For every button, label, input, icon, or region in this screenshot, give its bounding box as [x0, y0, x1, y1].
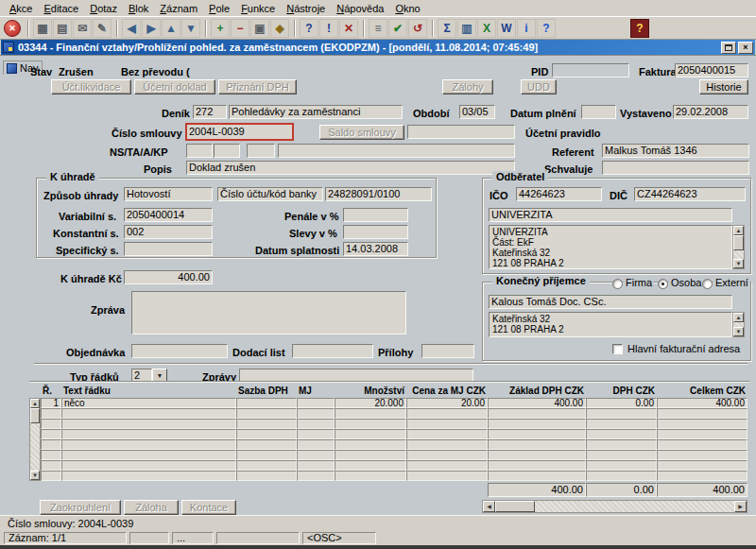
table-cell[interactable] [61, 460, 236, 471]
table-cell[interactable] [61, 439, 236, 450]
table-cell[interactable] [586, 429, 657, 439]
table-cell[interactable] [61, 419, 236, 429]
scroll-down-icon[interactable]: ▼ [30, 471, 40, 480]
dic-field[interactable]: CZ44264623 [634, 187, 746, 201]
table-cell[interactable] [297, 439, 335, 450]
radio-firma[interactable] [612, 279, 623, 289]
menu-item-napoveda[interactable]: Nápověda [331, 1, 389, 16]
ns-field-2[interactable] [214, 144, 240, 158]
table-cell[interactable] [297, 460, 335, 471]
table-cell[interactable] [236, 429, 297, 439]
table-cell[interactable] [236, 398, 297, 408]
specificky-field[interactable] [124, 242, 213, 256]
scroll-down-icon[interactable]: ▼ [733, 327, 744, 336]
menu-item-akce[interactable]: Akce [4, 1, 38, 16]
menu-item-dotaz[interactable]: Dotaz [84, 1, 123, 16]
scroll-up-icon[interactable]: ▲ [30, 399, 40, 408]
toolbar-export-excel-icon[interactable]: X [477, 19, 496, 38]
toolbar-edit-icon[interactable]: ✎ [93, 19, 112, 38]
slevy-field[interactable] [343, 225, 408, 239]
scrollbar-thumb[interactable] [30, 408, 40, 423]
denik-code-field[interactable]: 272 [193, 105, 227, 119]
scrollbar-thumb[interactable] [495, 501, 535, 512]
table-cell[interactable] [335, 419, 406, 429]
table-cell[interactable] [335, 471, 406, 481]
table-cell[interactable] [41, 460, 61, 471]
ucetni-doklad-button[interactable]: Účetní doklad [134, 79, 215, 94]
table-cell[interactable] [657, 439, 747, 450]
menu-item-funkce[interactable]: Funkce [235, 1, 281, 16]
table-horizontal-scrollbar[interactable]: ◀ ▶ [482, 500, 747, 513]
table-cell[interactable] [335, 429, 406, 439]
toolbar-mail-icon[interactable]: ✉ [73, 19, 92, 38]
table-cell[interactable] [41, 408, 61, 419]
toolbar-rollback-icon[interactable]: ↺ [408, 19, 427, 38]
priznani-dph-button[interactable]: Přiznání DPH [218, 79, 297, 94]
popis-field[interactable]: Doklad zrušen [186, 161, 515, 175]
toolbar-export-word-icon[interactable]: W [497, 19, 516, 38]
toolbar-next-record-icon[interactable]: ▼ [181, 19, 200, 38]
table-cell[interactable] [586, 408, 657, 419]
table-cell[interactable] [297, 450, 335, 460]
table-cell[interactable] [406, 471, 488, 481]
prijemce-address-scrollbar[interactable]: ▲ ▼ [732, 312, 745, 337]
table-cell[interactable] [586, 460, 657, 471]
konstantni-field[interactable]: 002 [124, 225, 213, 239]
pid-field[interactable] [552, 63, 629, 77]
table-cell[interactable] [297, 408, 335, 419]
scrollbar-thumb[interactable] [733, 235, 744, 250]
table-cell[interactable] [657, 429, 747, 439]
scroll-left-icon[interactable]: ◀ [483, 501, 495, 512]
table-cell[interactable] [488, 460, 586, 471]
table-cell[interactable] [657, 450, 747, 460]
radio-externi[interactable] [702, 279, 713, 289]
toolbar-exit-icon[interactable]: ✕ [4, 20, 21, 37]
denik-name-field[interactable]: Pohledávky za zaměstnanci [229, 105, 403, 119]
historie-button[interactable]: Historie [699, 79, 748, 94]
prijemce-jmeno-field[interactable]: Kalous Tomáš Doc. CSc. [489, 295, 732, 309]
table-cell[interactable] [297, 429, 335, 439]
zaloha-button[interactable]: Záloha [124, 500, 179, 515]
table-scrollbar[interactable]: ▲ ▼ [29, 398, 41, 481]
table-cell[interactable]: 20.00 [406, 398, 488, 408]
saldo-field[interactable] [407, 125, 515, 139]
table-cell[interactable] [586, 419, 657, 429]
variabilni-field[interactable]: 2050400014 [124, 208, 213, 222]
table-cell[interactable] [41, 429, 61, 439]
table-cell[interactable] [236, 439, 297, 450]
uct-likvidace-button[interactable]: Účt.likvidace [51, 79, 131, 94]
table-cell[interactable] [297, 471, 335, 481]
table-cell[interactable] [406, 429, 488, 439]
datum-plneni-field[interactable] [581, 105, 616, 119]
table-cell[interactable] [41, 439, 61, 450]
radio-osoba[interactable] [658, 279, 668, 289]
obdobi-field[interactable]: 03/05 [459, 105, 495, 119]
zaokrouhleni-button[interactable]: Zaokrouhlení [40, 500, 121, 515]
table-cell[interactable] [586, 439, 657, 450]
zprava-textarea[interactable] [131, 291, 406, 335]
scroll-up-icon[interactable]: ▲ [733, 313, 744, 322]
toolbar-help-icon[interactable]: ? [537, 19, 556, 38]
toolbar-prev-block-icon[interactable]: ◀ [122, 19, 141, 38]
ns-field-3[interactable] [247, 144, 275, 158]
toolbar-insert-record-icon[interactable]: + [211, 19, 230, 38]
table-cell[interactable] [297, 419, 335, 429]
dodaci-list-field[interactable] [292, 344, 373, 358]
table-cell[interactable] [236, 408, 297, 419]
penale-field[interactable] [343, 208, 408, 222]
toolbar-list-of-values-icon[interactable]: ≡ [369, 19, 387, 38]
table-cell[interactable] [657, 408, 747, 419]
menu-item-zaznam[interactable]: Záznam [154, 1, 203, 16]
zalohy-button[interactable]: Zálohy [442, 79, 493, 94]
toolbar-calculator-icon[interactable]: ▥ [457, 19, 476, 38]
table-cell[interactable] [335, 439, 406, 450]
table-cell[interactable]: 0.00 [586, 398, 657, 408]
table-cell[interactable] [61, 450, 236, 460]
scroll-right-icon[interactable]: ▶ [734, 501, 747, 512]
table-cell[interactable] [236, 471, 297, 481]
toolbar-prev-record-icon[interactable]: ▲ [162, 19, 180, 38]
table-cell[interactable] [406, 408, 488, 419]
table-cell[interactable] [406, 439, 488, 450]
restore-button[interactable] [721, 42, 736, 54]
vystaveno-field[interactable]: 29.02.2008 [673, 105, 748, 119]
